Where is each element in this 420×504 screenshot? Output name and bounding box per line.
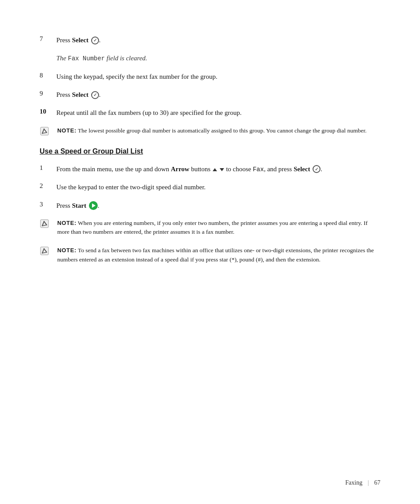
note-1: NOTE: The lowest possible group dial num… <box>40 126 380 138</box>
step-10-content: Repeat until all the fax numbers (up to … <box>56 108 380 118</box>
page: 7 Press Select . The Fax Number field is… <box>0 0 420 504</box>
note-3-label: NOTE: <box>57 247 77 254</box>
note-2-body: When you are entering numbers, if you on… <box>57 220 368 235</box>
start-label: Start <box>72 202 86 209</box>
step-8-content: Using the keypad, specify the next fax n… <box>56 72 380 82</box>
step-9-content: Press Select . <box>56 90 380 100</box>
note-1-body: The lowest possible group dial number is… <box>77 127 367 134</box>
arrow-down-icon <box>220 168 224 171</box>
pencil-icon-2 <box>40 219 49 228</box>
footer-page: 67 <box>374 479 380 486</box>
select-label-sec-1: Select <box>294 166 310 173</box>
select-icon-sec-1 <box>313 165 321 173</box>
note-1-text: NOTE: The lowest possible group dial num… <box>57 126 367 135</box>
note-icon-3 <box>40 246 54 258</box>
step-number-10: 10 <box>40 108 56 115</box>
note-3-text: NOTE: To send a fax between two fax mach… <box>57 246 380 264</box>
step-number-sec-3: 3 <box>40 201 56 208</box>
step-number-9: 9 <box>40 90 56 97</box>
select-icon-9 <box>91 91 99 99</box>
footer-divider: | <box>368 479 369 486</box>
svg-rect-8 <box>41 247 48 255</box>
select-label-9: Select <box>72 91 88 98</box>
step-sec-1-content: From the main menu, use the up and down … <box>56 164 380 175</box>
step-number-sec-2: 2 <box>40 182 56 190</box>
step-number-7: 7 <box>40 35 56 43</box>
section-heading: Use a Speed or Group Dial List <box>40 147 380 155</box>
step-7: 7 Press Select . <box>40 35 380 45</box>
note-2-text: NOTE: When you are entering numbers, if … <box>57 219 380 237</box>
step-sec-2: 2 Use the keypad to enter the two-digit … <box>40 182 380 192</box>
step-number-sec-1: 1 <box>40 164 56 172</box>
note-2: NOTE: When you are entering numbers, if … <box>40 219 380 237</box>
fax-code: Fax <box>253 166 264 173</box>
footer-section: Faxing <box>345 479 362 486</box>
step-sec-2-content: Use the keypad to enter the two-digit sp… <box>56 182 380 192</box>
note-icon-1 <box>40 126 54 138</box>
arrow-label: Arrow <box>171 166 189 173</box>
step-9: 9 Press Select . <box>40 90 380 100</box>
note-2-label: NOTE: <box>57 220 77 226</box>
select-label-7: Select <box>72 37 88 44</box>
step-7-content: Press Select . <box>56 35 380 45</box>
pencil-icon-1 <box>40 126 49 136</box>
step-sec-3-content: Press Start . <box>56 201 380 211</box>
note-1-label: NOTE: <box>57 127 77 134</box>
note-3: NOTE: To send a fax between two fax mach… <box>40 246 380 264</box>
step-8: 8 Using the keypad, specify the next fax… <box>40 72 380 82</box>
fax-number-code: Fax Number <box>68 55 105 62</box>
svg-rect-0 <box>41 127 48 135</box>
svg-rect-4 <box>41 220 48 228</box>
step-10: 10 Repeat until all the fax numbers (up … <box>40 108 380 118</box>
arrow-up-icon <box>213 168 217 171</box>
step-sec-3: 3 Press Start . <box>40 201 380 211</box>
start-icon <box>89 201 98 210</box>
select-icon-7 <box>91 37 99 44</box>
footer: Faxing | 67 <box>345 479 380 486</box>
step-sec-1: 1 From the main menu, use the up and dow… <box>40 164 380 175</box>
note-3-body: To send a fax between two fax machines w… <box>57 247 374 262</box>
pencil-icon-3 <box>40 246 49 256</box>
note-icon-2 <box>40 219 54 230</box>
step-number-8: 8 <box>40 72 56 79</box>
step-7-sub: The Fax Number field is cleared. <box>56 53 380 64</box>
